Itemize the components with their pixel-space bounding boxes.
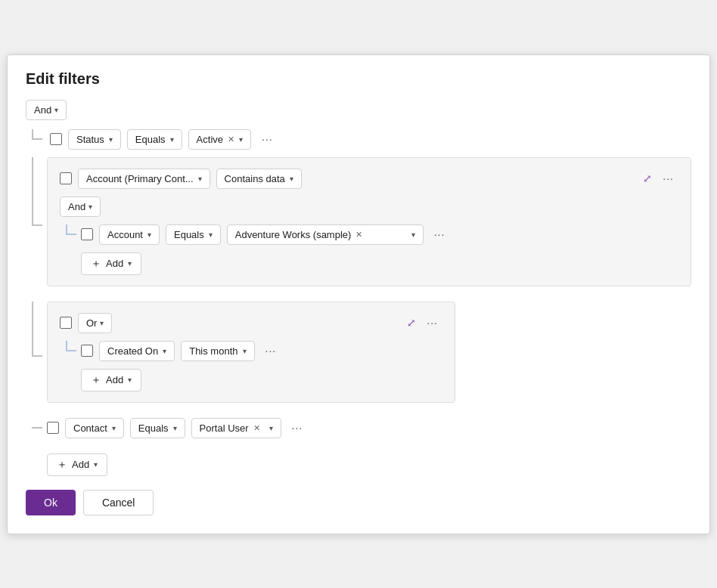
group1-add-button[interactable]: ＋ Add ▾ [81, 252, 141, 275]
group1-more-button[interactable]: ··· [658, 169, 678, 187]
contact-row-more-button[interactable]: ··· [287, 419, 308, 437]
status-value-tag[interactable]: Active ✕ ▾ [188, 129, 251, 150]
group2-or-button[interactable]: Or ▾ [78, 313, 112, 333]
top-and-label: And [34, 104, 51, 116]
contact-operator-dropdown[interactable]: Equals ▾ [130, 418, 185, 438]
group1-inner-field-dropdown[interactable]: Account ▾ [99, 224, 160, 245]
group1-inner-value-chevron-icon: ▾ [411, 231, 415, 239]
status-field-dropdown[interactable]: Status ▾ [68, 129, 121, 150]
group1-inner-operator-dropdown[interactable]: Equals ▾ [166, 224, 221, 245]
dialog-footer: Ok Cancel [26, 490, 691, 515]
ok-button[interactable]: Ok [26, 490, 76, 515]
contact-row-checkbox[interactable] [47, 422, 59, 434]
filter-row-contact: Contact ▾ Equals ▾ Portal User ✕ ▾ ··· [26, 418, 691, 438]
group1-and-button[interactable]: And ▾ [60, 197, 101, 217]
status-row-more-button[interactable]: ··· [257, 130, 278, 148]
edit-filters-dialog: Edit filters And ▾ Status ▾ Equals ▾ Act… [7, 54, 710, 534]
group2-section: Or ▾ ⤢ ··· Created On ▾ [26, 302, 691, 410]
status-value-chevron-icon: ▾ [239, 135, 243, 144]
group1-box: Account (Primary Cont... ▾ Contains data… [47, 157, 691, 286]
group2-inner-field-dropdown[interactable]: Created On ▾ [99, 341, 175, 361]
group1-add-icon: ＋ [91, 257, 101, 271]
bottom-add-button[interactable]: ＋ Add ▾ [47, 453, 107, 476]
group2-header: Or ▾ ⤢ ··· [60, 313, 442, 333]
group1-inner-more-button[interactable]: ··· [430, 225, 450, 243]
group1-field-dropdown[interactable]: Account (Primary Cont... ▾ [78, 169, 210, 189]
group2-inner-row: Created On ▾ This month ▾ ··· [81, 341, 442, 361]
group2-checkbox[interactable] [60, 317, 72, 329]
group1-checkbox[interactable] [60, 172, 72, 184]
contact-value-tag[interactable]: Portal User ✕ ▾ [191, 418, 281, 438]
group1-inner-row: Account ▾ Equals ▾ Adventure Works (samp… [81, 224, 678, 245]
group1-inner-checkbox[interactable] [81, 228, 93, 240]
group2-inner-more-button[interactable]: ··· [261, 342, 281, 360]
group2-collapse-icon[interactable]: ⤢ [407, 317, 416, 329]
group2-more-button[interactable]: ··· [422, 314, 442, 332]
group2-add-icon: ＋ [91, 373, 101, 387]
status-operator-dropdown[interactable]: Equals ▾ [127, 129, 182, 150]
contact-value-close-icon[interactable]: ✕ [253, 424, 260, 432]
filter-row-status: Status ▾ Equals ▾ Active ✕ ▾ ··· [26, 129, 691, 150]
cancel-button[interactable]: Cancel [83, 490, 154, 515]
group1-section: Account (Primary Cont... ▾ Contains data… [26, 157, 691, 294]
top-and-button[interactable]: And ▾ [26, 100, 67, 120]
status-row-checkbox[interactable] [50, 133, 62, 145]
contact-value-chevron-icon: ▾ [269, 424, 273, 432]
bottom-add-icon: ＋ [57, 458, 67, 472]
dialog-title: Edit filters [26, 70, 691, 88]
group1-operator-dropdown[interactable]: Contains data ▾ [216, 169, 302, 189]
group1-header: Account (Primary Cont... ▾ Contains data… [60, 169, 678, 189]
top-and-chevron: ▾ [54, 106, 58, 114]
group1-collapse-icon[interactable]: ⤢ [643, 172, 652, 184]
status-value-close-icon[interactable]: ✕ [228, 135, 234, 144]
group2-box: Or ▾ ⤢ ··· Created On ▾ [47, 302, 455, 403]
group1-inner-value-close-icon[interactable]: ✕ [355, 231, 362, 239]
group1-inner-value-tag[interactable]: Adventure Works (sample) ✕ ▾ [227, 224, 424, 245]
group2-inner-operator-dropdown[interactable]: This month ▾ [181, 341, 254, 361]
contact-field-dropdown[interactable]: Contact ▾ [65, 418, 124, 438]
group2-add-button[interactable]: ＋ Add ▾ [81, 369, 141, 391]
group2-inner-checkbox[interactable] [81, 345, 93, 357]
